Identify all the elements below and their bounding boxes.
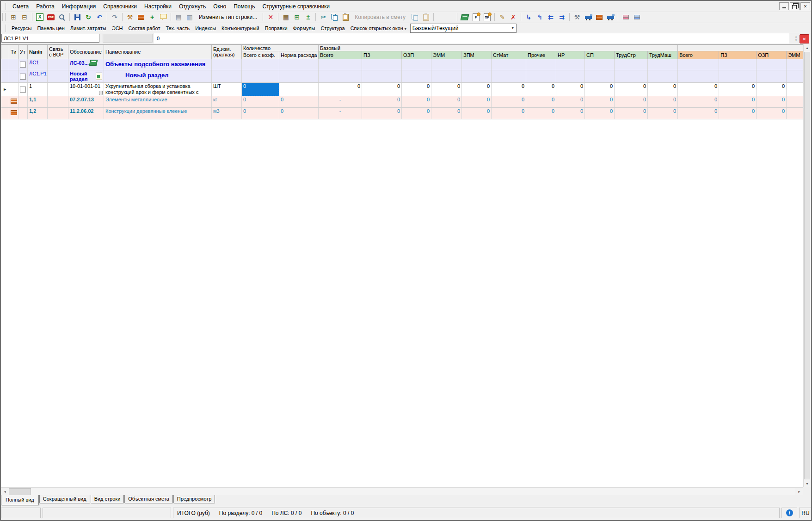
cell-b_trudstr[interactable]: 0 — [615, 96, 648, 108]
cell-name[interactable]: Новый раздел — [104, 70, 212, 83]
cell-ti[interactable] — [9, 108, 18, 119]
cell-b_sp[interactable]: 0 — [585, 83, 615, 96]
panel-button[interactable]: Тех. часть — [163, 24, 192, 32]
cell-qty_norm[interactable] — [279, 70, 319, 83]
cell-b_emm[interactable] — [431, 70, 462, 83]
delete-row-icon[interactable]: ✕ — [265, 12, 276, 22]
cell-just[interactable]: Новый раздел — [68, 70, 104, 83]
formula-close-button[interactable]: ✕ — [800, 34, 809, 43]
refresh-icon[interactable]: ↻ — [83, 12, 93, 22]
catalog-blue-icon[interactable] — [632, 12, 642, 22]
cell-b_emm[interactable]: 0 — [431, 108, 462, 119]
cell-b_total[interactable] — [319, 59, 362, 70]
cell-b_total[interactable]: - — [319, 96, 362, 108]
cell-c_pz[interactable]: 0 — [719, 108, 757, 119]
cell-b_nr[interactable]: 0 — [556, 96, 585, 108]
copy-icon[interactable] — [329, 12, 339, 22]
formula-spinner[interactable]: ▴ ▾ — [793, 34, 799, 43]
status-info-panel[interactable]: i — [781, 508, 797, 518]
cell-marker[interactable] — [1, 96, 9, 108]
scroll-down-button[interactable]: ▼ — [804, 480, 811, 487]
price-base-icon[interactable] — [460, 12, 470, 22]
cell-qty_norm[interactable]: 0 — [279, 108, 319, 119]
menu-item[interactable]: Смета — [9, 2, 32, 11]
cell-unit[interactable]: кг — [212, 96, 242, 108]
cell-num[interactable]: ЛС1.Р1 — [28, 70, 48, 83]
cell-b_stmat[interactable] — [492, 59, 526, 70]
cell-ut[interactable] — [18, 108, 28, 119]
selected-cell[interactable]: 0 — [242, 83, 279, 96]
machine-icon[interactable]: ▤ — [173, 12, 184, 22]
view-tab[interactable]: Объектная смета — [124, 495, 173, 503]
cell-b_stmat[interactable]: 0 — [492, 96, 526, 108]
menu-item[interactable]: Структурные справочники — [258, 2, 333, 11]
vertical-scroll-thumb[interactable] — [804, 52, 810, 479]
cell-b_sp[interactable] — [585, 70, 615, 83]
cell-just[interactable]: ЛС-03... — [68, 59, 104, 70]
cell-num[interactable]: 1,1 — [28, 96, 48, 108]
cell-b_trudstr[interactable]: 0 — [615, 83, 648, 96]
cell-b_ozp[interactable]: 0 — [402, 108, 431, 119]
change-row-type-button[interactable]: Изменить тип строки... — [196, 12, 260, 22]
cell-c_pz[interactable] — [719, 59, 757, 70]
row-checkbox[interactable] — [20, 62, 26, 68]
cell-c_ozp[interactable] — [757, 59, 787, 70]
cell-b_pz[interactable]: 0 — [362, 96, 402, 108]
cell-b_total[interactable] — [319, 70, 362, 83]
spinner-up-icon[interactable]: ▴ — [795, 35, 797, 38]
panel-button[interactable]: Поправки — [262, 24, 290, 32]
scroll-right-button[interactable]: ► — [795, 488, 803, 495]
menu-item[interactable]: Справочники — [99, 2, 141, 11]
spinner-down-icon[interactable]: ▾ — [795, 38, 797, 42]
panel-button[interactable]: Панель цен — [34, 24, 67, 32]
cell-ti[interactable] — [9, 59, 18, 70]
cell-b_zpm[interactable] — [462, 70, 492, 83]
cell-num[interactable]: 1,2 — [28, 108, 48, 119]
restore-row-icon[interactable]: ↷ — [110, 12, 120, 22]
cell-b_total[interactable]: - — [319, 108, 362, 119]
cell-qty_coef[interactable] — [242, 70, 279, 83]
panel-button[interactable]: Индексы — [192, 24, 219, 32]
cell-c_total[interactable]: 0 — [678, 96, 719, 108]
cell-name[interactable]: Элементы металлические — [104, 96, 212, 108]
cell-ut[interactable] — [18, 70, 28, 83]
paste-sheets-icon[interactable] — [421, 12, 431, 22]
cell-reference-box[interactable] — [1, 34, 99, 43]
cell-marker[interactable]: ► — [1, 83, 9, 96]
scroll-up-button[interactable]: ▲ — [804, 44, 811, 51]
cell-vor[interactable] — [48, 96, 68, 108]
cell-c_emm[interactable] — [787, 59, 803, 70]
cell-b_pz[interactable] — [362, 70, 402, 83]
cell-ut[interactable] — [18, 83, 28, 96]
cell-c_ozp[interactable] — [757, 70, 787, 83]
cell-b_pz[interactable]: 0 — [362, 83, 402, 96]
panel-button[interactable]: Конъюнктурный — [219, 24, 262, 32]
chevron-down-icon[interactable]: ▾ — [510, 26, 516, 30]
cell-b_trudstr[interactable] — [615, 59, 648, 70]
cell-c_total[interactable] — [678, 70, 719, 83]
materials-icon[interactable] — [594, 12, 604, 22]
cell-b_trudstr[interactable]: 0 — [615, 108, 648, 119]
delete-structure-icon[interactable]: ✗ — [508, 12, 518, 22]
view-tab[interactable]: Сокращенный вид — [39, 495, 90, 503]
cell-c_total[interactable]: 0 — [678, 108, 719, 119]
row-checkbox[interactable] — [20, 74, 26, 80]
restore-button[interactable] — [790, 2, 800, 10]
cell-unit[interactable]: ШТ — [212, 83, 242, 96]
add-work-icon[interactable]: ⚒ — [125, 12, 135, 22]
estimate-calc-icon[interactable]: ▦ — [281, 12, 291, 22]
cell-c_emm[interactable] — [787, 108, 803, 119]
cell-c_ozp[interactable]: 0 — [757, 96, 787, 108]
cell-b_other[interactable] — [526, 59, 556, 70]
cell-b_ozp[interactable]: 0 — [402, 96, 431, 108]
cell-b_ozp[interactable] — [402, 70, 431, 83]
panel-button[interactable]: Лимит. затраты — [68, 24, 109, 32]
add-section-icon[interactable]: + — [147, 12, 157, 22]
cell-b_emm[interactable]: 0 — [431, 96, 462, 108]
cell-b_stmat[interactable]: 0 — [492, 83, 526, 96]
menu-item[interactable]: Работа — [32, 2, 58, 11]
copy-sheets-icon[interactable] — [410, 12, 420, 22]
cell-just[interactable]: 07.2.07.13 — [68, 96, 104, 108]
cell-b_pz[interactable]: 0 — [362, 108, 402, 119]
cell-b_zpm[interactable]: 0 — [462, 96, 492, 108]
